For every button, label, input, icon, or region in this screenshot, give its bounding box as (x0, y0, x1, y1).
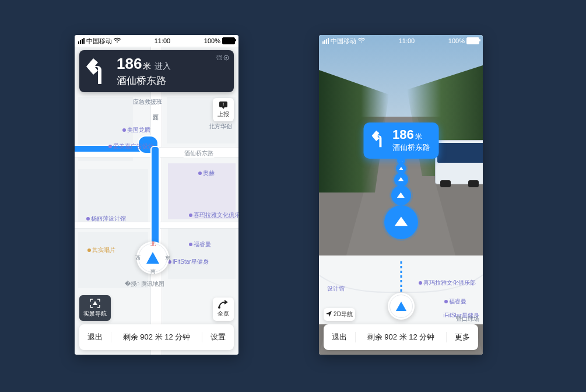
overview-icon (218, 300, 229, 310)
poi-label: 其实唱片 (87, 246, 115, 254)
svg-text:!: ! (223, 102, 224, 107)
poi-label: 北方华创 (209, 123, 232, 131)
phone-ar-nav: 186米 酒仙桥东路 中国移动 11:00 100% 设计馆 (319, 35, 483, 355)
overview-button[interactable]: 全览 (213, 298, 234, 321)
poi-label: 暨口球场 (456, 315, 479, 323)
signal-icon (78, 38, 85, 44)
ar-chevron-icon (384, 205, 418, 239)
battery-label: 100% (204, 37, 220, 44)
minimap[interactable]: 设计馆 喜玛拉雅文化俱乐部 福睿曼 iFitStar星健身 暨口球场 2D导航 (319, 256, 483, 324)
more-button[interactable]: 更多 (447, 332, 478, 342)
poi-label: 爱美嘉广告设计 (108, 142, 154, 150)
nav-text: 186米进入 酒仙桥东路 (117, 55, 171, 88)
ar-icon (89, 298, 101, 310)
bottom-bar: 退出 剩余 902 米 12 分钟 更多 (324, 324, 478, 350)
ar-chevron-icon (391, 186, 411, 205)
settings-button[interactable]: 设置 (202, 332, 234, 342)
poi-label: 福睿曼 (189, 240, 211, 249)
ar-chevron-icon (394, 173, 408, 187)
phone-map-nav: 中国移动 11:00 100% 万 (75, 35, 238, 355)
compass[interactable] (388, 293, 415, 320)
remaining-label: 剩余 902 米 12 分钟 (111, 332, 202, 342)
svg-point-1 (226, 57, 227, 59)
battery-icon (222, 37, 235, 44)
2d-nav-button[interactable]: 2D导航 (324, 308, 355, 321)
compass[interactable]: 北 南 东 西 (136, 242, 169, 274)
map-brand: �授ྷ 腾讯地图 (125, 280, 164, 288)
ar-nav-text: 186米 酒仙桥东路 (392, 127, 430, 153)
poi-label: 美国龙腾 (122, 126, 150, 134)
signal-icon (322, 38, 329, 44)
exit-button[interactable]: 退出 (79, 332, 111, 342)
ar-instruction-bubble[interactable]: 186米 酒仙桥东路 (363, 123, 438, 159)
poi-label: 设计馆 (327, 285, 345, 293)
wifi-icon (114, 37, 121, 44)
report-button[interactable]: ! 上报 (213, 98, 234, 121)
poi-label: iFitStar星健身 (168, 258, 209, 266)
turn-left-icon (85, 58, 111, 84)
poi-label: 喜玛拉雅文化俱乐部 (189, 211, 238, 219)
location-arrow-icon (326, 311, 332, 318)
bottom-bar: 退出 剩余 902 米 12 分钟 设置 (79, 324, 234, 350)
battery-icon (466, 37, 479, 44)
clock: 11:00 (399, 37, 415, 44)
carrier-label: 中国移动 (86, 37, 112, 46)
stage: 中国移动 11:00 100% 万 (0, 0, 586, 392)
ar-chevron-icon (396, 163, 406, 174)
vehicle-bus (435, 140, 483, 184)
poi-label: 喜玛拉雅文化俱乐部 (419, 279, 476, 287)
nav-instruction-card[interactable]: 强 186米进入 酒仙桥东路 (79, 50, 234, 92)
clock: 11:00 (155, 37, 171, 44)
exit-button[interactable]: 退出 (324, 332, 355, 342)
report-icon: ! (219, 101, 228, 110)
carrier-label: 中国移动 (331, 37, 356, 46)
status-bar: 中国移动 11:00 100% (75, 35, 238, 47)
wifi-icon (358, 37, 365, 44)
ar-nav-button[interactable]: 实景导航 (79, 295, 111, 321)
cursor-icon (396, 302, 406, 311)
poi-label: 应急救援班 (133, 98, 162, 106)
cursor-icon (146, 252, 159, 264)
poi-label: 杨丽萍设计馆 (86, 215, 126, 223)
poi-label: 奥赫 (198, 169, 215, 177)
svg-point-4 (218, 306, 220, 309)
gps-signal-icon: 强 (216, 54, 229, 62)
battery-label: 100% (448, 37, 465, 44)
route-trail (400, 261, 402, 293)
poi-label: 福睿曼 (444, 298, 466, 306)
remaining-label: 剩余 902 米 12 分钟 (355, 332, 447, 342)
turn-left-icon (371, 130, 387, 150)
status-bar: 中国移动 11:00 100% (319, 35, 483, 47)
road-label: 酒仙桥东路 (183, 149, 215, 158)
